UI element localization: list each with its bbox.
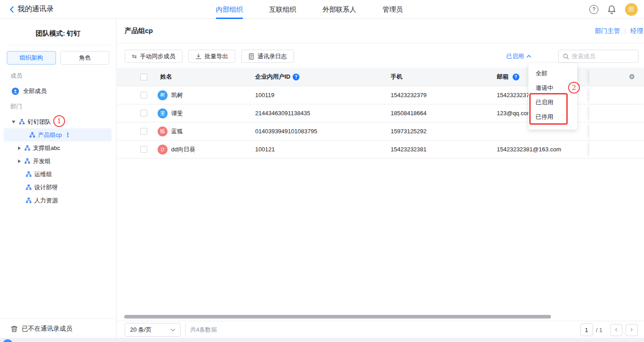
member-user-id: 100121	[255, 146, 391, 153]
help-icon[interactable]: ?	[513, 74, 519, 80]
search-icon	[563, 53, 569, 60]
col-header-user-id: 企业内用户ID	[255, 73, 290, 81]
row-checkbox[interactable]	[140, 128, 147, 135]
help-icon[interactable]: ?	[589, 5, 598, 14]
member-phone: 15973125292	[391, 128, 497, 135]
tree-item-hr[interactable]: 人力资源	[0, 194, 116, 207]
members-section-label: 成员	[10, 72, 116, 80]
caret-down-icon[interactable]	[12, 121, 15, 123]
tab-admin[interactable]: 管理员	[383, 0, 403, 19]
search-member-input[interactable]	[572, 53, 630, 60]
prev-page-button[interactable]: ‹	[610, 324, 622, 336]
filter-option-inviting[interactable]: 邀请中	[528, 81, 577, 95]
member-phone: 18508418664	[391, 110, 497, 117]
contact-log-button[interactable]: 通讯录日志	[241, 50, 294, 63]
member-email: 15423232381@163.com	[497, 146, 589, 153]
caret-right-icon[interactable]	[18, 159, 21, 163]
member-name: 凯树	[171, 91, 183, 99]
member-user-id: 21443463091138435	[255, 110, 391, 117]
back-button[interactable]: 我的通讯录	[9, 5, 54, 14]
col-header-phone: 手机	[391, 73, 497, 81]
filter-option-disabled[interactable]: 已停用	[528, 110, 577, 124]
row-checkbox[interactable]	[140, 110, 147, 117]
search-member-box	[558, 50, 639, 63]
caret-right-icon[interactable]	[18, 146, 21, 150]
removed-members-label: 已不在通讯录成员	[22, 325, 72, 333]
col-header-email: 邮箱	[497, 73, 509, 80]
member-user-id: 100119	[255, 92, 391, 98]
chevron-up-icon	[527, 55, 531, 58]
toolbar: ⇆ 手动同步成员 批量导出 通讯录日志	[125, 50, 294, 63]
top-tabs: 内部组织 互联组织 外部联系人 管理员	[216, 0, 403, 19]
chevron-left-icon	[9, 6, 14, 13]
table-row[interactable]: D dd向日葵 100121 15423232381 15423232381@1…	[117, 141, 644, 159]
user-avatar[interactable]: 田	[625, 3, 638, 16]
roles-button[interactable]: 角色	[61, 51, 110, 65]
row-checkbox[interactable]	[140, 146, 147, 153]
member-phone: 15423232381	[391, 146, 497, 153]
avatar: 树	[158, 90, 168, 100]
status-filter-dropdown-trigger[interactable]: 已启用	[506, 50, 531, 63]
select-all-checkbox[interactable]	[140, 74, 147, 80]
org-icon	[26, 184, 32, 190]
member-phone: 15423232379	[391, 92, 497, 98]
avatar: 狐	[158, 126, 168, 136]
more-actions-icon[interactable]: ⋮	[65, 131, 71, 138]
member-name: 蓝狐	[171, 127, 183, 136]
tab-internal-org[interactable]: 内部组织	[216, 0, 243, 19]
col-header-name: 姓名	[158, 73, 255, 81]
page-bottom-strip	[0, 338, 644, 342]
tree-item-support-group[interactable]: 支撑组abc	[0, 141, 116, 155]
tree-item-dev-group[interactable]: 开发组	[0, 155, 116, 168]
tab-external-contacts[interactable]: 外部联系人	[322, 0, 356, 19]
avatar: D	[158, 145, 168, 155]
page-title: 我的通讯录	[18, 5, 54, 14]
org-icon	[29, 132, 35, 138]
member-name: dd向日葵	[171, 145, 195, 154]
sidebar-item-all-members[interactable]: 全部成员	[12, 87, 116, 95]
page-size-select[interactable]: 20 条/页	[125, 323, 181, 337]
members-group-icon	[12, 88, 19, 95]
total-pages-label: / 1	[596, 327, 602, 333]
help-icon[interactable]: ?	[293, 74, 299, 80]
divider: |	[625, 28, 626, 34]
current-page-input[interactable]	[580, 323, 593, 336]
filter-option-enabled[interactable]: 已启用	[528, 95, 577, 110]
dept-manager-link[interactable]: 部门主管	[595, 27, 620, 35]
org-icon	[24, 158, 30, 164]
sync-icon: ⇆	[132, 53, 137, 60]
horizontal-scrollbar[interactable]	[124, 315, 551, 319]
org-icon	[26, 197, 32, 203]
column-settings-gear-icon[interactable]: ⚙	[629, 73, 635, 81]
total-count-label: 共4条数据	[190, 326, 217, 334]
avatar: 斐	[158, 108, 168, 118]
department-title: 产品组cp	[125, 27, 153, 35]
download-icon	[196, 53, 201, 59]
org-icon	[24, 145, 30, 151]
filter-option-all[interactable]: 全部	[528, 66, 577, 81]
next-page-button[interactable]: ›	[625, 324, 638, 336]
org-icon	[26, 171, 32, 177]
status-filter-dropdown-menu: 全部 邀请中 已启用 已停用	[528, 63, 577, 130]
team-mode-label: 团队模式: 钉钉	[0, 19, 116, 38]
divider	[185, 323, 186, 337]
departments-section-label: 部门	[10, 103, 116, 111]
tree-item-design-dept[interactable]: 设计部呀	[0, 181, 116, 194]
all-members-label: 全部成员	[23, 87, 47, 95]
tab-connected-org[interactable]: 互联组织	[269, 0, 296, 19]
manual-sync-button[interactable]: ⇆ 手动同步成员	[125, 50, 182, 63]
manager-link[interactable]: 经理	[630, 27, 643, 35]
bell-icon[interactable]	[607, 5, 616, 14]
tree-item-dingtalk-team[interactable]: 钉钉团队	[0, 115, 116, 128]
row-checkbox[interactable]	[140, 92, 147, 98]
pagination-bar: 20 条/页 共4条数据 / 1 ‹ ›	[117, 321, 644, 338]
org-icon	[19, 119, 25, 125]
org-structure-button[interactable]: 组织架构	[7, 51, 56, 65]
trash-icon	[11, 325, 18, 333]
removed-members-link[interactable]: 已不在通讯录成员	[0, 319, 116, 338]
sidebar: 团队模式: 钉钉 组织架构 角色 成员 全部成员 部门 钉钉团队 产品组cp ⋮	[0, 19, 117, 342]
department-tree: 钉钉团队 产品组cp ⋮ 支撑组abc 开发组	[0, 115, 116, 207]
batch-export-button[interactable]: 批量导出	[188, 50, 235, 63]
tree-item-ops-group[interactable]: 运维组	[0, 168, 116, 181]
tree-item-product-group[interactable]: 产品组cp ⋮	[4, 128, 112, 141]
